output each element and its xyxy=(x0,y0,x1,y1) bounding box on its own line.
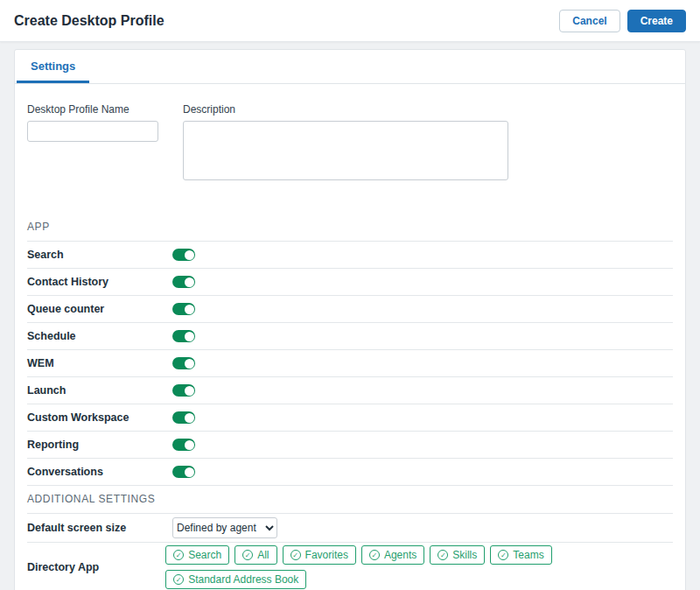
directory-app-chips: ✓ Search ✓ All ✓ Favorites ✓ Agents ✓ xyxy=(165,545,673,589)
toggle-launch[interactable] xyxy=(172,384,195,397)
toggle-label: Custom Workspace xyxy=(27,411,172,424)
check-circle-icon: ✓ xyxy=(438,550,448,560)
tab-bar: Settings xyxy=(15,50,685,84)
toggle-label: Conversations xyxy=(27,466,172,478)
settings-card: Settings Desktop Profile Name Descriptio… xyxy=(14,49,686,590)
toggle-search[interactable] xyxy=(172,249,195,261)
check-circle-icon: ✓ xyxy=(242,550,253,560)
toggle-label: WEM xyxy=(27,357,172,369)
toggle-row-wem: WEM xyxy=(27,350,673,377)
toggle-schedule[interactable] xyxy=(172,330,195,342)
tab-settings[interactable]: Settings xyxy=(17,50,89,83)
toggle-conversations[interactable] xyxy=(172,466,195,478)
chip-favorites[interactable]: ✓ Favorites xyxy=(283,545,356,565)
check-circle-icon: ✓ xyxy=(290,550,301,560)
create-button[interactable]: Create xyxy=(627,10,686,32)
toggle-row-conversations: Conversations xyxy=(27,459,673,486)
check-circle-icon: ✓ xyxy=(369,550,380,560)
toggle-custom-workspace[interactable] xyxy=(172,411,195,424)
header-actions: Cancel Create xyxy=(559,10,686,32)
app-section-title: APP xyxy=(27,221,673,242)
description-label: Description xyxy=(183,103,508,116)
app-toggle-list: Search Contact History Queue counter Sch… xyxy=(27,242,673,486)
desktop-profile-name-input[interactable] xyxy=(27,121,158,142)
description-field: Description xyxy=(183,103,508,184)
chip-teams[interactable]: ✓ Teams xyxy=(490,545,551,565)
toggle-row-custom-workspace: Custom Workspace xyxy=(27,404,673,432)
content: Desktop Profile Name Description APP Sea… xyxy=(15,84,685,590)
toggle-label: Launch xyxy=(27,384,172,397)
chip-all[interactable]: ✓ All xyxy=(234,545,276,565)
default-screen-size-row: Default screen size Defined by agent xyxy=(27,514,673,543)
page-title: Create Desktop Profile xyxy=(14,13,164,29)
toggle-contact-history[interactable] xyxy=(172,276,195,288)
toggle-row-search: Search xyxy=(27,242,673,269)
desktop-profile-name-field: Desktop Profile Name xyxy=(27,103,158,184)
check-circle-icon: ✓ xyxy=(173,550,184,560)
toggle-wem[interactable] xyxy=(172,357,195,369)
directory-app-label: Directory App xyxy=(27,561,165,573)
cancel-button[interactable]: Cancel xyxy=(559,10,620,32)
chip-standard-address-book[interactable]: ✓ Standard Address Book xyxy=(165,570,306,589)
desktop-profile-name-label: Desktop Profile Name xyxy=(27,103,158,116)
header: Create Desktop Profile Cancel Create xyxy=(0,0,700,42)
check-circle-icon: ✓ xyxy=(173,574,184,585)
toggle-label: Schedule xyxy=(27,330,172,342)
toggle-row-schedule: Schedule xyxy=(27,323,673,350)
chip-search[interactable]: ✓ Search xyxy=(165,545,229,565)
toggle-reporting[interactable] xyxy=(172,439,195,451)
toggle-row-launch: Launch xyxy=(27,377,673,404)
toggle-label: Reporting xyxy=(27,439,172,451)
chip-skills[interactable]: ✓ Skills xyxy=(430,545,485,565)
description-textarea[interactable] xyxy=(183,121,508,180)
directory-app-row: Directory App ✓ Search ✓ All ✓ Favorites… xyxy=(27,543,673,590)
check-circle-icon: ✓ xyxy=(498,550,508,560)
toggle-label: Search xyxy=(27,249,172,261)
toggle-queue-counter[interactable] xyxy=(172,303,195,315)
chip-agents[interactable]: ✓ Agents xyxy=(361,545,424,565)
toggle-label: Contact History xyxy=(27,276,172,288)
toggle-row-contact-history: Contact History xyxy=(27,269,673,296)
toggle-label: Queue counter xyxy=(27,303,172,315)
default-screen-size-label: Default screen size xyxy=(27,522,172,534)
form-row: Desktop Profile Name Description xyxy=(27,103,673,184)
additional-settings-title: ADDITIONAL SETTINGS xyxy=(27,493,673,514)
toggle-row-queue-counter: Queue counter xyxy=(27,296,673,323)
toggle-row-reporting: Reporting xyxy=(27,432,673,459)
default-screen-size-select[interactable]: Defined by agent xyxy=(172,517,277,538)
